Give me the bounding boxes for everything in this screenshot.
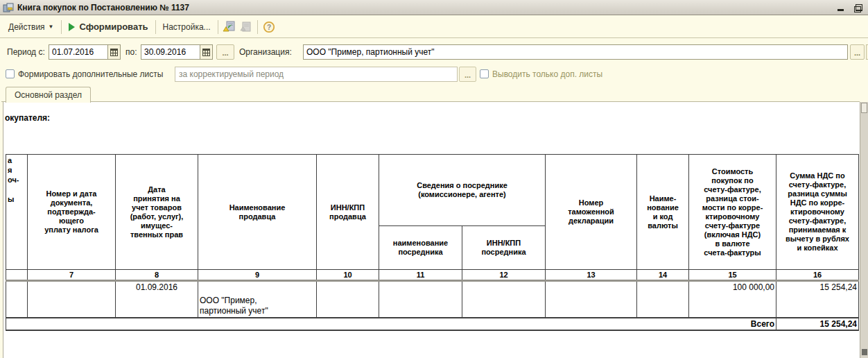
organization-more-button[interactable]: ... bbox=[850, 44, 865, 60]
data-cell-accept-date[interactable]: 01.09.2016 bbox=[116, 281, 198, 318]
period-to-calendar-button[interactable] bbox=[200, 44, 213, 60]
data-cell[interactable] bbox=[462, 281, 546, 318]
actions-menu-button[interactable]: Действия ▼ bbox=[4, 20, 58, 34]
data-cell[interactable] bbox=[317, 281, 379, 318]
form-extra-sheets-checkbox[interactable] bbox=[6, 69, 15, 78]
tab-main-section-label: Основной раздел bbox=[15, 90, 82, 100]
totals-row: Всего 15 254,24 bbox=[6, 318, 859, 330]
minimize-button[interactable] bbox=[835, 2, 846, 12]
actions-menu-label: Действия bbox=[8, 22, 45, 32]
minimize-icon bbox=[837, 9, 844, 11]
period-more-button[interactable]: ... bbox=[216, 44, 234, 60]
window-titlebar: Книга покупок по Постановлению № 1137 bbox=[0, 0, 868, 15]
period-to-label: по: bbox=[125, 47, 137, 57]
data-cell[interactable] bbox=[637, 281, 689, 318]
organization-field-wrap bbox=[303, 44, 848, 60]
window-controls bbox=[835, 2, 864, 12]
period-from-field-wrap bbox=[49, 44, 121, 60]
chevron-down-icon: ▼ bbox=[49, 24, 54, 30]
number-cell-empty[interactable] bbox=[6, 270, 28, 281]
report-book-icon bbox=[3, 3, 14, 12]
data-cell-seller-name[interactable]: ООО "Пример, партионный учет" bbox=[198, 281, 317, 318]
header-col12[interactable]: ИНН/КПП посредника bbox=[462, 226, 546, 270]
only-extra-sheets-checkbox[interactable] bbox=[480, 69, 489, 78]
period-to-field-wrap bbox=[141, 44, 213, 60]
number-cell[interactable]: 15 bbox=[689, 270, 776, 281]
number-cell[interactable]: 11 bbox=[379, 270, 462, 281]
restore-settings-icon bbox=[223, 21, 236, 33]
scroll-corner-mark bbox=[862, 349, 867, 355]
corrected-period-field: за корректируемый период bbox=[175, 67, 458, 82]
save-settings-icon bbox=[239, 21, 252, 33]
data-cell-amount[interactable]: 100 000,00 bbox=[689, 281, 776, 318]
svg-text:?: ? bbox=[267, 24, 271, 31]
header-clipped-column[interactable]: а я оч- ы bbox=[6, 155, 28, 270]
data-cell[interactable] bbox=[6, 281, 28, 318]
total-vat-cell[interactable]: 15 254,24 bbox=[776, 318, 859, 330]
data-cell[interactable] bbox=[379, 281, 462, 318]
header-col14[interactable]: Наиме- нование и код валюты bbox=[637, 155, 689, 270]
form-extra-sheets-label: Формировать дополнительные листы bbox=[18, 69, 163, 79]
help-icon: ? bbox=[263, 21, 275, 33]
save-settings-button[interactable] bbox=[238, 19, 254, 35]
tab-main-section[interactable]: Основной раздел bbox=[6, 87, 91, 103]
corrected-period-more-button[interactable]: ... bbox=[459, 67, 476, 82]
settings-label: Настройка... bbox=[163, 22, 211, 32]
buyer-text-fragment: окупателя: bbox=[5, 113, 50, 123]
organization-label: Организация: bbox=[239, 47, 292, 57]
only-extra-sheets-label: Выводить только доп. листы bbox=[492, 69, 602, 79]
restore-icon bbox=[854, 4, 862, 12]
header-col7[interactable]: Номер и дата документа, подтвержда- ющег… bbox=[28, 155, 116, 270]
window-title: Книга покупок по Постановлению № 1137 bbox=[17, 3, 189, 12]
header-row-1: а я оч- ы Номер и дата документа, подтве… bbox=[6, 155, 859, 226]
calendar-icon bbox=[202, 49, 210, 56]
calendar-icon bbox=[110, 49, 118, 56]
period-from-label: Период с: bbox=[7, 47, 45, 57]
number-cell[interactable]: 12 bbox=[462, 270, 546, 281]
settings-button[interactable]: Настройка... bbox=[159, 20, 215, 34]
data-cell-doc[interactable] bbox=[28, 281, 116, 318]
number-cell[interactable]: 13 bbox=[546, 270, 637, 281]
header-col16[interactable]: Сумма НДС по счету-фактуре, разница сумм… bbox=[776, 155, 859, 270]
header-col11[interactable]: наименование посредника bbox=[379, 226, 462, 270]
organization-input[interactable] bbox=[303, 44, 848, 60]
number-cell[interactable]: 14 bbox=[637, 270, 689, 281]
period-from-calendar-button[interactable] bbox=[107, 44, 121, 60]
purchase-book-table: а я оч- ы Номер и дата документа, подтве… bbox=[6, 154, 859, 331]
column-numbers-row: 7 8 9 10 11 12 13 14 15 16 bbox=[6, 270, 859, 281]
data-cell[interactable] bbox=[546, 281, 637, 318]
period-from-input[interactable] bbox=[49, 44, 107, 60]
restore-button[interactable] bbox=[853, 2, 864, 12]
toolbar-separator bbox=[257, 20, 258, 34]
total-label-cell[interactable]: Всего bbox=[6, 318, 776, 330]
number-cell[interactable]: 9 bbox=[198, 270, 317, 281]
generate-label: Сформировать bbox=[80, 22, 148, 32]
toolbar: Действия ▼ Сформировать Настройка... bbox=[0, 16, 868, 38]
header-col15[interactable]: Стоимость покупок по счету-фактуре, разн… bbox=[689, 155, 776, 270]
header-group-intermediary[interactable]: Сведения о посреднике (комиссионере, аге… bbox=[379, 155, 546, 226]
header-col9[interactable]: Наименование продавца bbox=[198, 155, 317, 270]
period-to-input[interactable] bbox=[141, 44, 200, 60]
purchase-book-window: Книга покупок по Постановлению № 1137 Де… bbox=[0, 0, 868, 358]
restore-settings-button[interactable] bbox=[221, 19, 238, 35]
toolbar-separator bbox=[61, 20, 62, 34]
play-icon bbox=[69, 23, 75, 31]
number-cell[interactable]: 8 bbox=[116, 270, 198, 281]
scroll-up-button[interactable] bbox=[861, 103, 867, 113]
help-button[interactable]: ? bbox=[261, 19, 277, 35]
vertical-scrollbar[interactable] bbox=[860, 102, 868, 358]
toolbar-separator bbox=[155, 20, 156, 34]
number-cell[interactable]: 16 bbox=[776, 270, 859, 281]
header-col10[interactable]: ИНН/КПП продавца bbox=[317, 155, 379, 270]
header-col8[interactable]: Дата принятия на учет товаров (работ, ус… bbox=[116, 155, 198, 270]
number-cell[interactable]: 10 bbox=[317, 270, 379, 281]
header-col13[interactable]: Номер таможенной декларации bbox=[546, 155, 637, 270]
data-cell-vat[interactable]: 15 254,24 bbox=[776, 281, 859, 318]
generate-button[interactable]: Сформировать bbox=[64, 19, 153, 34]
toolbar-separator bbox=[218, 20, 218, 34]
table-row: 01.09.2016 ООО "Пример, партионный учет"… bbox=[6, 281, 859, 318]
report-sheet: окупателя: а я оч- ы Номер и дата докуме… bbox=[3, 102, 860, 358]
number-cell[interactable]: 7 bbox=[28, 270, 116, 281]
